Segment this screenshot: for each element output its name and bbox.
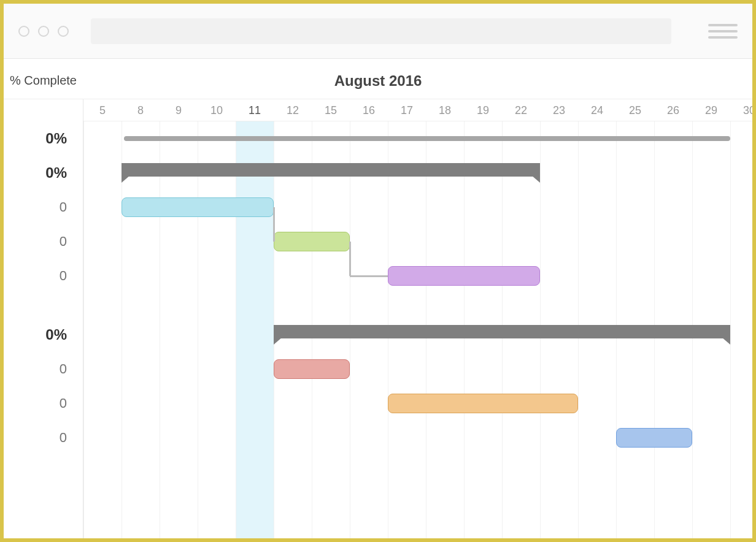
complete-cell: 0% (4, 121, 83, 156)
window-frame: % Complete August 2016 0%0%0000%000 5891… (0, 0, 756, 542)
date-cell: 17 (388, 99, 426, 121)
gantt-row (83, 293, 752, 318)
complete-cell: 0 (4, 224, 83, 259)
complete-cell: 0 (4, 386, 83, 421)
date-cell: 16 (350, 99, 388, 121)
complete-cell: 0 (4, 421, 83, 455)
task-bar[interactable] (274, 359, 350, 379)
date-cell: 25 (616, 99, 654, 121)
gantt-row (83, 352, 752, 386)
menu-icon[interactable] (708, 24, 738, 39)
gantt-row (83, 121, 752, 156)
date-cell: 12 (274, 99, 312, 121)
gantt-row (83, 421, 752, 455)
date-cell: 8 (122, 99, 160, 121)
gantt-row (83, 318, 752, 352)
date-cell: 23 (540, 99, 578, 121)
close-icon[interactable] (18, 26, 29, 37)
minimize-icon[interactable] (38, 26, 49, 37)
date-cell: 30 (730, 99, 756, 121)
gantt-chart[interactable] (83, 121, 752, 538)
complete-cell: 0 (4, 259, 83, 293)
complete-cell: 0 (4, 190, 83, 224)
date-cell: 9 (160, 99, 198, 121)
date-cell: 19 (464, 99, 502, 121)
task-bar[interactable] (388, 266, 540, 286)
date-cell: 11 (236, 99, 274, 121)
gantt-rows (83, 121, 752, 455)
task-bar[interactable] (274, 232, 350, 251)
gantt-row (83, 156, 752, 190)
complete-cell: 0 (4, 352, 83, 386)
sidebar-header: % Complete (4, 74, 83, 88)
maximize-icon[interactable] (58, 26, 69, 37)
date-cell: 10 (198, 99, 236, 121)
window-controls (18, 26, 69, 37)
date-cell: 15 (312, 99, 350, 121)
complete-cell (4, 293, 83, 318)
timeline[interactable]: 589101112151617181922232425262930 (83, 63, 752, 538)
browser-chrome (4, 4, 752, 59)
group-span[interactable] (274, 325, 730, 338)
date-strip: 589101112151617181922232425262930 (83, 99, 752, 121)
dependency-link (350, 275, 388, 277)
project-span[interactable] (124, 136, 730, 141)
complete-cell: 0% (4, 156, 83, 190)
gantt-row (83, 259, 752, 293)
date-cell: 22 (502, 99, 540, 121)
dependency-link (273, 207, 275, 242)
task-bar[interactable] (122, 197, 274, 217)
task-bar[interactable] (616, 428, 692, 448)
address-bar[interactable] (91, 18, 671, 44)
complete-cell: 0% (4, 318, 83, 352)
gantt-row (83, 224, 752, 259)
date-cell: 26 (654, 99, 692, 121)
date-cell: 29 (692, 99, 730, 121)
dependency-link (349, 242, 351, 276)
gantt-view: % Complete August 2016 0%0%0000%000 5891… (4, 63, 752, 538)
gantt-row (83, 190, 752, 224)
task-bar[interactable] (388, 394, 578, 413)
date-cell: 24 (578, 99, 616, 121)
gantt-row (83, 386, 752, 421)
date-cell: 18 (426, 99, 464, 121)
group-span[interactable] (122, 163, 540, 177)
date-cell: 5 (83, 99, 122, 121)
sidebar: 0%0%0000%000 (4, 99, 83, 538)
